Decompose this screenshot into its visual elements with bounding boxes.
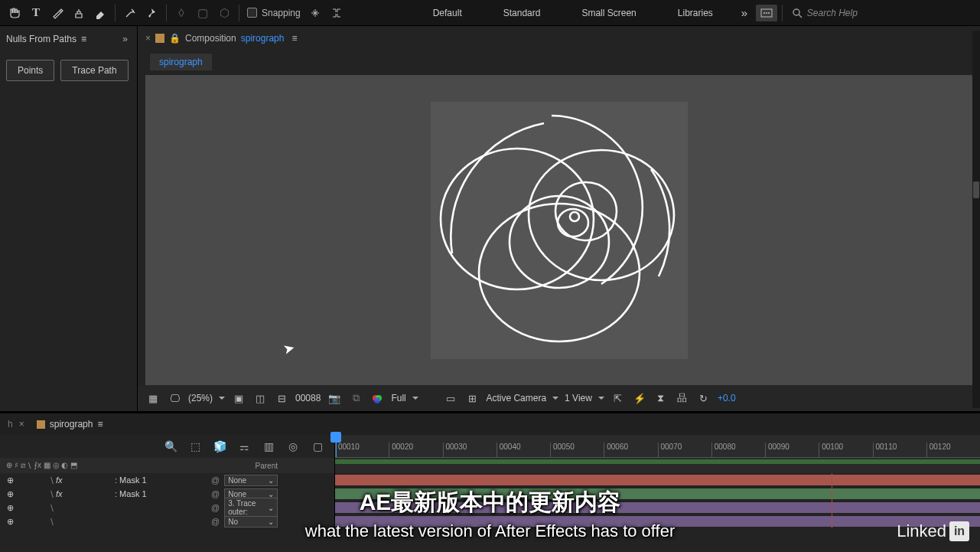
snapshot-icon[interactable]: 📷 (327, 391, 342, 405)
layer-duration-bar[interactable] (335, 516, 980, 527)
eraser-tool-icon[interactable] (90, 3, 110, 23)
pen-tool-icon[interactable] (47, 3, 67, 23)
pixel-aspect-icon[interactable]: ⇱ (610, 391, 626, 405)
roi-icon[interactable]: ▭ (443, 391, 458, 405)
roto-brush-icon[interactable] (120, 3, 140, 23)
sync-settings-icon[interactable] (756, 5, 777, 21)
snap-options-icon[interactable] (305, 3, 325, 23)
top-toolbar: T ◊ ▢ ⬡ Snapping Default Standard Small … (0, 0, 980, 26)
composition-name[interactable]: spirograph (241, 33, 285, 44)
lock-icon[interactable]: 🔒 (169, 33, 181, 44)
resolution-dropdown[interactable]: Full (391, 393, 437, 403)
panel-menu-icon[interactable]: ≡ (81, 34, 86, 44)
shy-icon[interactable]: ⚎ (235, 438, 253, 455)
scrollbar-thumb[interactable] (973, 181, 979, 198)
layer-name: : Mask 1 (115, 475, 147, 485)
flowchart-item[interactable]: spirograph (150, 54, 212, 70)
search-help[interactable]: Search Help (792, 8, 858, 18)
tab-close-icon[interactable]: × (145, 33, 151, 44)
timeline-column-header: ⊕ ♯ ⧄ ∖ ⨍x ▦ ◎ ◐ ⬒ Parent (0, 458, 980, 473)
clone-stamp-icon[interactable] (69, 3, 89, 23)
text-tool-icon[interactable]: T (26, 3, 46, 23)
screen-icon[interactable]: 🖵 (167, 391, 182, 405)
workspace-overflow-icon[interactable]: » (734, 3, 754, 23)
visibility-toggle[interactable]: ⊕ (5, 516, 15, 527)
pickwhip-icon[interactable]: @ (211, 475, 220, 485)
fast-preview-icon[interactable]: ⚡ (632, 391, 647, 405)
guides-icon[interactable]: ⊞ (464, 391, 480, 405)
pickwhip-icon[interactable]: @ (211, 517, 220, 526)
exposure-value[interactable]: +0.0 (718, 393, 736, 403)
layer-duration-bar[interactable] (335, 488, 980, 499)
fx-badge[interactable]: fx (56, 475, 63, 485)
right-scrollbar[interactable] (972, 31, 980, 408)
layer-duration-bar[interactable] (335, 502, 980, 513)
workspace-small-screen[interactable]: Small Screen (562, 3, 656, 23)
pickwhip-icon[interactable]: @ (211, 503, 220, 512)
svg-point-4 (793, 9, 799, 15)
frame-blend-icon[interactable]: ▥ (259, 438, 278, 455)
tab-close-icon[interactable]: × (19, 419, 24, 430)
visibility-toggle[interactable]: ⊕ (5, 488, 15, 499)
workspace-standard[interactable]: Standard (483, 3, 561, 23)
timeline-icon[interactable]: ⧗ (653, 391, 669, 405)
snapping-toggle[interactable]: Snapping (244, 8, 304, 18)
panel-overflow-icon[interactable]: » (119, 32, 131, 46)
toolbar-divider (115, 5, 116, 21)
parent-dropdown[interactable]: No⌄ (224, 516, 278, 528)
snapping-checkbox[interactable] (247, 8, 257, 18)
panel-menu-icon[interactable]: ≡ (97, 419, 103, 430)
layer-row[interactable]: ⊕∖fx: Mask 1@None⌄ (0, 487, 980, 501)
fx-badge[interactable]: fx (56, 489, 63, 498)
search-layers-icon[interactable]: 🔍 (161, 438, 180, 455)
current-frame[interactable]: 00088 (295, 393, 321, 403)
hand-tool-icon[interactable] (5, 3, 24, 23)
comp-mini-flow-icon[interactable]: ⬚ (186, 438, 204, 455)
views-dropdown[interactable]: 1 View (565, 393, 604, 403)
timeline-tab[interactable]: spirograph ≡ (31, 416, 109, 433)
zoom-dropdown[interactable]: (25%) (188, 393, 225, 403)
svg-point-1 (763, 12, 765, 14)
workspace-libraries[interactable]: Libraries (658, 3, 733, 23)
transparency-grid-icon[interactable]: ▣ (231, 391, 246, 405)
visibility-toggle[interactable]: ⊕ (5, 475, 15, 485)
channel-icon[interactable] (370, 391, 385, 405)
timeline-tab-name: spirograph (50, 419, 93, 430)
parent-dropdown[interactable]: None⌄ (224, 475, 278, 486)
work-area-bar[interactable] (335, 459, 980, 464)
composition-viewer[interactable] (145, 75, 972, 385)
workspace-default[interactable]: Default (413, 3, 482, 23)
toolbar-divider (166, 5, 167, 21)
slash-icon: ∖ (49, 503, 54, 513)
timeline-toolbar-row: 🔍 ⬚ 🧊 ⚎ ▥ ◎ ▢ 00010000200003000040000500… (0, 435, 980, 458)
flowchart-icon[interactable]: 品 (675, 391, 690, 405)
time-nav-icon[interactable]: ⊟ (274, 391, 289, 405)
layer-row[interactable]: ⊕∖@3. Trace outer:⌄ (0, 501, 980, 514)
layer-row[interactable]: ⊕∖@No⌄ (0, 514, 980, 528)
puppet-pin-icon[interactable] (142, 3, 161, 23)
tab-drag-handle[interactable]: h (8, 419, 13, 430)
layer-row[interactable]: ⊕∖fx: Mask 1@None⌄ (0, 473, 980, 487)
alpha-toggle-icon[interactable]: ▦ (145, 391, 161, 405)
composition-tabbar: × 🔒 Composition spirograph ≡ (138, 29, 980, 47)
ruler-tick: 00040 (497, 443, 550, 457)
nulls-from-paths-tab[interactable]: Nulls From Paths ≡ (6, 34, 86, 44)
reset-exposure-icon[interactable]: ↻ (696, 391, 711, 405)
graph-editor-icon[interactable]: ▢ (308, 438, 327, 455)
points-button[interactable]: Points (6, 60, 54, 81)
mask-visibility-icon[interactable]: ◫ (252, 391, 268, 405)
layer-name: : Mask 1 (115, 489, 147, 498)
timeline-ruler-area[interactable]: 0001000020000300004000050000600007000080… (335, 435, 980, 458)
main-area: Nulls From Paths ≡ » Points Trace Path ×… (0, 26, 980, 411)
trace-path-button[interactable]: Trace Path (60, 60, 128, 81)
snap-bounds-icon[interactable] (327, 3, 347, 23)
ruler-tick: 00090 (765, 443, 819, 457)
layer-duration-bar[interactable] (335, 475, 980, 485)
motion-blur-icon[interactable]: ◎ (284, 438, 302, 455)
camera-dropdown[interactable]: Active Camera (486, 393, 558, 403)
visibility-toggle[interactable]: ⊕ (5, 502, 15, 513)
show-snapshot-icon[interactable]: ⧉ (348, 391, 363, 405)
panel-menu-icon[interactable]: ≡ (291, 33, 297, 44)
draft3d-icon[interactable]: 🧊 (210, 438, 229, 455)
time-ruler[interactable]: 0001000020000300004000050000600007000080… (335, 443, 980, 458)
